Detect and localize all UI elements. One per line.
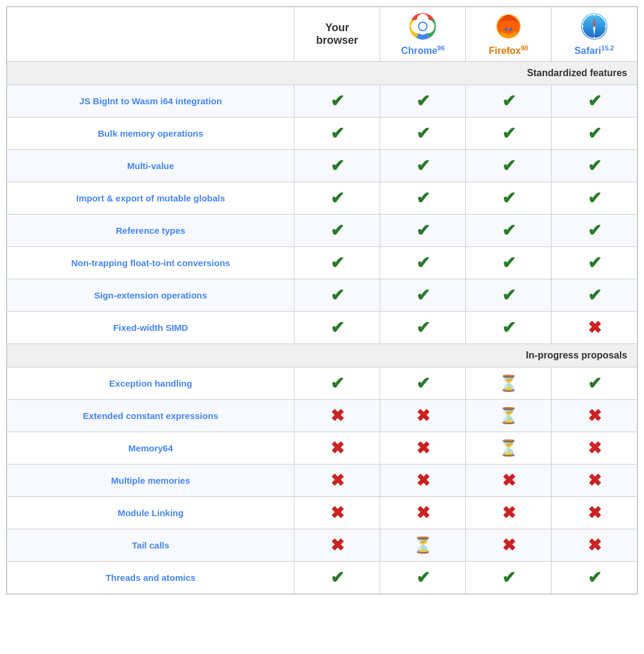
your-browser-cell: ✖ [294, 465, 380, 497]
check-icon: ✔ [502, 189, 516, 207]
feature-name: Bulk memory operations [7, 117, 294, 150]
safari-cell: ✔ [552, 279, 637, 312]
check-icon: ✔ [330, 318, 344, 337]
firefox-cell: ✔ [466, 562, 552, 594]
check-icon: ✔ [330, 92, 344, 110]
safari-logo [580, 12, 609, 41]
check-icon: ✔ [416, 254, 430, 272]
feature-name: Memory64 [7, 432, 294, 465]
chrome-cell: ✔ [380, 562, 466, 594]
check-icon: ✔ [416, 189, 430, 207]
your-browser-cell: ✖ [294, 432, 380, 465]
safari-cell: ✖ [552, 529, 637, 562]
check-icon: ✔ [330, 568, 344, 587]
table-row: Memory64✖✖⏳✖ [7, 432, 637, 465]
firefox-cell: ✖ [466, 497, 552, 529]
comparison-table: Yourbrowser [6, 6, 638, 595]
check-icon: ✔ [416, 286, 430, 305]
hourglass-icon: ⏳ [499, 374, 518, 392]
cross-icon: ✖ [416, 406, 430, 425]
firefox-cell: ✔ [466, 247, 552, 279]
chrome-name: Chrome96 [401, 44, 445, 56]
check-icon: ✔ [416, 568, 430, 587]
check-icon: ✔ [502, 318, 516, 337]
table-row: Non-trapping float-to-int conversions✔✔✔… [7, 247, 637, 279]
table-row: JS BigInt to Wasm i64 integration✔✔✔✔ [7, 85, 637, 117]
your-browser-cell: ✔ [294, 215, 380, 247]
chrome-cell: ✔ [380, 247, 466, 279]
check-icon: ✔ [416, 92, 430, 110]
check-icon: ✔ [588, 156, 601, 175]
firefox-logo [494, 12, 523, 41]
table-row: Multi-value✔✔✔✔ [7, 150, 637, 182]
table-header: Yourbrowser [7, 7, 637, 62]
safari-cell: ✔ [552, 85, 637, 117]
safari-cell: ✖ [552, 497, 637, 529]
check-icon: ✔ [330, 156, 344, 175]
safari-cell: ✔ [552, 247, 637, 279]
your-browser-cell: ✔ [294, 247, 380, 279]
chrome-cell: ✔ [380, 150, 466, 182]
firefox-cell: ⏳ [466, 367, 552, 400]
chrome-cell: ✔ [380, 312, 466, 344]
chrome-logo [408, 12, 437, 41]
safari-header: Safari15.2 [552, 7, 637, 62]
your-browser-header: Yourbrowser [294, 7, 380, 62]
table-row: Extended constant expressions✖✖⏳✖ [7, 400, 637, 432]
feature-name: Sign-extension operations [7, 279, 294, 312]
feature-name: Multi-value [7, 150, 294, 182]
section-header-0: Standardized features [7, 62, 637, 85]
feature-name: Exception handling [7, 367, 294, 400]
check-icon: ✔ [416, 156, 430, 175]
table-row: Sign-extension operations✔✔✔✔ [7, 279, 637, 312]
cross-icon: ✖ [502, 536, 516, 554]
feature-name: Multiple memories [7, 465, 294, 497]
your-browser-cell: ✔ [294, 562, 380, 594]
check-icon: ✔ [588, 568, 601, 587]
cross-icon: ✖ [588, 406, 601, 425]
chrome-cell: ✖ [380, 497, 466, 529]
firefox-cell: ⏳ [466, 432, 552, 465]
safari-cell: ✔ [552, 215, 637, 247]
table-row: Exception handling✔✔⏳✔ [7, 367, 637, 400]
check-icon: ✔ [416, 318, 430, 337]
check-icon: ✔ [588, 221, 601, 240]
table-row: Reference types✔✔✔✔ [7, 215, 637, 247]
cross-icon: ✖ [330, 471, 344, 490]
check-icon: ✔ [330, 221, 344, 240]
your-browser-cell: ✖ [294, 497, 380, 529]
feature-name: Module Linking [7, 497, 294, 529]
your-browser-cell: ✖ [294, 529, 380, 562]
feature-name: Import & export of mutable globals [7, 182, 294, 215]
firefox-cell: ✔ [466, 150, 552, 182]
cross-icon: ✖ [330, 536, 344, 554]
chrome-cell: ✖ [380, 400, 466, 432]
safari-cell: ✔ [552, 562, 637, 594]
hourglass-icon: ⏳ [413, 536, 432, 554]
firefox-header: Firefox90 [466, 7, 552, 62]
safari-cell: ✔ [552, 367, 637, 400]
check-icon: ✔ [588, 92, 601, 110]
table-row: Multiple memories✖✖✖✖ [7, 465, 637, 497]
svg-point-2 [419, 23, 426, 30]
cross-icon: ✖ [330, 439, 344, 457]
safari-cell: ✖ [552, 400, 637, 432]
your-browser-cell: ✖ [294, 400, 380, 432]
firefox-cell: ⏳ [466, 400, 552, 432]
check-icon: ✔ [502, 156, 516, 175]
feature-name: Threads and atomics [7, 562, 294, 594]
check-icon: ✔ [416, 221, 430, 240]
table-row: Bulk memory operations✔✔✔✔ [7, 117, 637, 150]
feature-name: JS BigInt to Wasm i64 integration [7, 85, 294, 117]
cross-icon: ✖ [588, 471, 601, 490]
check-icon: ✔ [416, 374, 430, 393]
chrome-header: Chrome96 [380, 7, 466, 62]
feature-name: Non-trapping float-to-int conversions [7, 247, 294, 279]
safari-cell: ✖ [552, 465, 637, 497]
check-icon: ✔ [330, 124, 344, 143]
cross-icon: ✖ [588, 504, 601, 522]
firefox-cell: ✔ [466, 85, 552, 117]
cross-icon: ✖ [588, 536, 601, 554]
chrome-cell: ✖ [380, 432, 466, 465]
firefox-cell: ✔ [466, 215, 552, 247]
